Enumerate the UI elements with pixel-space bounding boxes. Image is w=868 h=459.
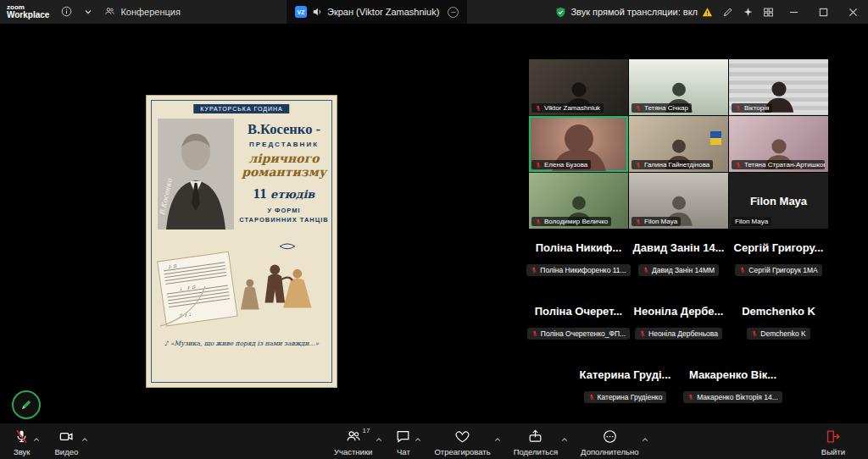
- participants-button-label: Участники: [334, 447, 372, 456]
- participants-count-badge: 17: [362, 427, 370, 434]
- poster-subtitle: ПРЕДСТАВНИК: [236, 141, 331, 148]
- chat-button[interactable]: Чат: [390, 427, 422, 456]
- chat-button-label: Чат: [397, 447, 410, 456]
- tab-shared-screen[interactable]: VZ Экран (Viktor Zamashniuk) –: [287, 0, 467, 24]
- more-ellipsis-icon: [602, 429, 618, 445]
- audio-tile-polina-nykyforenko[interactable]: Поліна Никиф... Поліна Никифоренко 11...: [529, 240, 628, 299]
- mic-muted-icon: [14, 429, 30, 445]
- audio-tile-serhii-hryhoruk[interactable]: Сергій Григору... Сергій Григорук 1МА: [729, 240, 828, 299]
- camera-icon: [58, 429, 75, 445]
- audio-tile-demchenko-k[interactable]: Demchenko K Demchenko K: [729, 303, 828, 362]
- participants-button[interactable]: 17 Участники: [329, 427, 383, 456]
- ai-companion-icon[interactable]: [743, 7, 754, 18]
- view-layout-icon[interactable]: [763, 7, 774, 18]
- etudes-number: 11: [253, 185, 267, 202]
- video-grid: Viktor Zamashniuk Тетяна Січкар Вікторія: [529, 59, 829, 229]
- poster-title: В.Косенко -: [236, 121, 331, 138]
- poster-badge: КУРАТОРСЬКА ГОДИНА: [193, 104, 289, 113]
- share-options-chevron[interactable]: [561, 430, 568, 445]
- muted-mic-icon: [639, 330, 646, 337]
- poster-script-line1: ліричного: [236, 152, 331, 165]
- video-tile-filon-maya-no-video[interactable]: Filon Maya Filon Maya: [729, 173, 828, 229]
- annotate-pencil-icon[interactable]: [722, 7, 733, 18]
- more-button[interactable]: Дополнительно: [576, 427, 649, 456]
- muted-mic-icon: [531, 330, 538, 337]
- participant-name-label: Demchenko K: [747, 328, 810, 340]
- tab-meeting[interactable]: Конференция: [104, 6, 180, 17]
- leave-button-label: Выйти: [821, 447, 845, 456]
- poster-form-line1: У ФОРМІ: [236, 206, 331, 215]
- participant-name-label: Елена Бузова: [531, 160, 591, 169]
- people-icon: [104, 6, 115, 17]
- close-button[interactable]: [843, 0, 863, 24]
- audio-button[interactable]: Звук: [8, 427, 41, 456]
- heart-icon: [454, 429, 470, 445]
- audio-tile-makarenko-viktoriia[interactable]: Макаренко Вік... Макаренко Вікторія 14..…: [683, 367, 782, 426]
- poster-illustration: ♪ ♫ ♩ ♪ ♫ ♫ ♪ ♩: [155, 240, 330, 331]
- video-options-chevron[interactable]: [81, 430, 88, 445]
- video-button-label: Видео: [54, 447, 78, 456]
- react-button-label: Отреагировать: [434, 447, 490, 456]
- poster-quote: ♪ «Музика, що живе поряд із нами завжди.…: [147, 340, 337, 347]
- video-tile-filon-maya-video[interactable]: Filon Maya: [629, 173, 728, 229]
- maximize-button[interactable]: [813, 0, 833, 24]
- collapse-tab-icon[interactable]: –: [448, 7, 459, 18]
- chevron-down-icon[interactable]: [84, 8, 92, 16]
- leave-meeting-button[interactable]: Выйти: [816, 427, 856, 456]
- participants-options-chevron[interactable]: [376, 430, 382, 445]
- audio-tile-davyd-zanin[interactable]: Давид Занін 14... Давид Занін 14ММ: [629, 240, 728, 299]
- poster-form-line2: СТАРОВИННИХ ТАНЦІВ: [236, 215, 331, 224]
- leave-icon: [825, 429, 841, 445]
- video-tile-galina-gainetdinova[interactable]: Галина Гайнетдінова: [629, 116, 728, 172]
- meeting-toolbar: Звук Видео 17 Участники Чат: [0, 423, 868, 459]
- participant-name-label: Володимир Величко: [531, 217, 611, 226]
- zoom-workplace-logo: zoom Workplace: [7, 4, 49, 20]
- presenter-initials-badge: VZ: [295, 6, 307, 18]
- video-tile-viktoriia[interactable]: Вікторія: [729, 59, 828, 115]
- audio-tile-polina-ocheretenko[interactable]: Поліна Очерет... Поліна Очеретенко_ФП...: [529, 303, 628, 362]
- stream-status-text: Звук прямой трансляции: вкл: [570, 7, 698, 17]
- muted-mic-icon: [531, 267, 537, 274]
- participant-name-label: Галина Гайнетдінова: [632, 160, 713, 169]
- minimize-button[interactable]: [783, 0, 804, 24]
- chat-options-chevron[interactable]: [415, 430, 421, 445]
- live-stream-status[interactable]: Звук прямой трансляции: вкл: [555, 7, 713, 18]
- share-screen-button[interactable]: Поделиться: [509, 427, 569, 456]
- video-tile-volodymyr-velychko[interactable]: Володимир Величко: [529, 173, 628, 229]
- annotation-fab-button[interactable]: [12, 390, 41, 419]
- audio-tile-neonila-derbenova[interactable]: Неоніла Дербе... Неоніла Дербеньова: [629, 303, 728, 362]
- more-options-chevron[interactable]: [642, 430, 648, 445]
- video-tile-viktor-zamashniuk[interactable]: Viktor Zamashniuk: [529, 59, 628, 115]
- info-icon[interactable]: [61, 6, 72, 17]
- muted-mic-icon: [751, 330, 758, 337]
- react-button[interactable]: Отреагировать: [429, 427, 501, 456]
- video-button[interactable]: Видео: [49, 427, 89, 456]
- video-tile-tetiana-stratan-artyshkova[interactable]: Тетяна Стратан-Артишкова: [729, 116, 828, 172]
- participant-name-label: Неоніла Дербеньова: [635, 328, 722, 340]
- participant-display-name: Сергій Григору...: [734, 241, 824, 254]
- participant-name-label: Тетяна Стратан-Артишкова: [732, 160, 825, 169]
- audio-only-grid-last-row: Катерина Груді... Катерина Грудіенко Мак…: [529, 367, 829, 426]
- audio-tile-kateryna-hrudiienko[interactable]: Катерина Груді... Катерина Грудіенко: [576, 367, 675, 426]
- main-content: КУРАТОРСЬКА ГОДИНА В.Косенко В.Косенко: [0, 24, 868, 423]
- titlebar: zoom Workplace Конференция VZ Экран (Vik…: [0, 0, 868, 24]
- participant-name-label: Поліна Очеретенко_ФП...: [527, 328, 630, 340]
- muted-mic-icon: [687, 394, 694, 401]
- participant-display-name: Катерина Груді...: [580, 368, 671, 381]
- participant-display-name: Макаренко Вік...: [689, 368, 776, 381]
- shield-check-icon: [555, 7, 566, 18]
- composer-portrait: В.Косенко: [158, 119, 234, 230]
- zoom-meeting-window: zoom Workplace Конференция VZ Экран (Vik…: [0, 0, 868, 459]
- chat-bubble-icon: [395, 429, 411, 445]
- react-options-chevron[interactable]: [494, 430, 501, 445]
- participant-display-name: Давид Занін 14...: [633, 241, 725, 254]
- video-tile-tetiana-sichkar[interactable]: Тетяна Січкар: [629, 59, 728, 115]
- muted-mic-icon: [635, 105, 642, 112]
- participant-display-name: Поліна Очерет...: [535, 305, 622, 318]
- meeting-tab-label: Конференция: [120, 7, 180, 17]
- muted-mic-icon: [635, 162, 642, 169]
- video-tile-elena-buzova-active-speaker[interactable]: Елена Бузова: [529, 116, 628, 172]
- muted-mic-icon: [739, 267, 746, 274]
- audio-options-chevron[interactable]: [33, 430, 40, 445]
- etudes-word: етюдів: [270, 188, 314, 201]
